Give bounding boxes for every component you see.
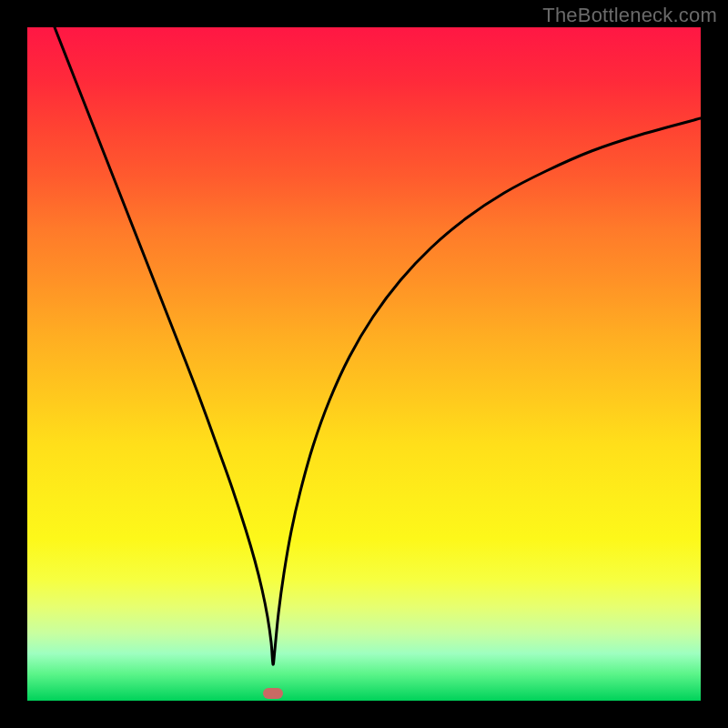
watermark-text: TheBottleneck.com [542, 4, 717, 27]
plot-area [27, 27, 701, 701]
bottleneck-curve [55, 27, 701, 664]
chart-frame: TheBottleneck.com [0, 0, 728, 728]
optimum-marker [263, 688, 283, 699]
curve-svg [27, 27, 701, 701]
